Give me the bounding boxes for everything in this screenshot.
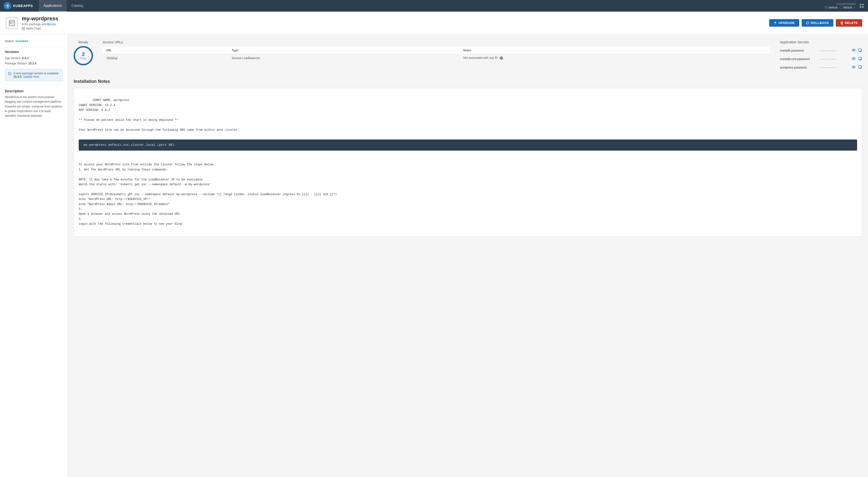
url-table-row: Pending Service LoadBalancer Not associa… <box>103 54 770 62</box>
notes-before: CHART NAME: wordpress CHART VERSION: 15.… <box>79 99 239 131</box>
copy-icon-3[interactable] <box>858 65 862 70</box>
svg-point-27 <box>853 67 854 68</box>
svg-rect-12 <box>12 23 14 24</box>
ready-label: Ready <box>79 40 88 44</box>
top-info-row: Ready 2 Pods Access URLs URL Type Notes <box>73 40 862 72</box>
secret-dots-2: •••••••••• <box>820 58 849 61</box>
secrets-header: Application Secrets <box>780 40 862 44</box>
sidebar-divider-2 <box>5 84 63 84</box>
pending-badge: Pending <box>106 56 118 60</box>
top-navigation: KUBEAPPS Applications Catalog Current Co… <box>0 0 868 12</box>
secret-dots-3: •••••••••• <box>820 66 849 69</box>
svg-rect-7 <box>860 6 861 8</box>
secret-row-1: mariadb-password •••••••••• <box>780 46 862 55</box>
app-version-value: 6.0.2 <box>22 56 29 60</box>
header-actions: UPGRADE ROLLBACK DELETE <box>769 19 862 27</box>
url-cell: Pending <box>103 54 229 62</box>
eye-icon-3[interactable] <box>851 65 856 70</box>
context-values: default default <box>825 6 856 9</box>
notes-after: To access your WordPress site from outsi… <box>79 163 337 226</box>
access-urls-section: Access URLs URL Type Notes Pending <box>103 40 770 62</box>
svg-rect-29 <box>859 66 861 68</box>
copy-icon-1[interactable] <box>858 48 862 53</box>
help-icon: ? <box>500 56 503 60</box>
package-link[interactable]: wordpress <box>42 22 56 26</box>
secrets-section: Application Secrets mariadb-password •••… <box>780 40 862 72</box>
code-block: my-wordpress.default.svc.cluster.local (… <box>79 139 857 151</box>
left-sidebar: Status: installed Versions App Version: … <box>0 34 68 477</box>
secret-name-2: mariadb-root-password <box>780 57 818 61</box>
update-link[interactable]: Update Now <box>23 75 39 78</box>
status-value: installed <box>16 39 28 43</box>
description-section: Description WordPress is the world's mos… <box>5 89 63 118</box>
versions-detail: App Version: 6.0.2 Package Version: 15.2… <box>5 56 63 66</box>
svg-rect-11 <box>10 23 11 24</box>
svg-rect-8 <box>862 6 864 8</box>
delete-button[interactable]: DELETE <box>836 19 862 27</box>
secret-row-3: wordpress-password •••••••••• <box>780 63 862 72</box>
svg-rect-2 <box>825 6 828 9</box>
url-table: URL Type Notes Pending Service LoadBalan… <box>103 46 770 62</box>
secret-actions-2 <box>851 56 862 62</box>
eye-icon-2[interactable] <box>851 56 856 62</box>
nav-tabs: Applications Catalog <box>39 0 88 12</box>
status-line: Status: installed <box>5 39 63 43</box>
secret-name-3: wordpress-password <box>780 66 818 69</box>
nav-tab-catalog[interactable]: Catalog <box>67 0 88 12</box>
access-urls-header: Access URLs <box>103 40 770 44</box>
svg-rect-4 <box>840 6 842 9</box>
current-context: Current Context default default <box>825 2 856 9</box>
rollback-button[interactable]: ROLLBACK <box>802 19 833 27</box>
upgrade-button[interactable]: UPGRADE <box>769 19 799 27</box>
svg-rect-13 <box>10 24 14 25</box>
description-text: WordPress is the world's most popular bl… <box>5 95 63 118</box>
main-layout: Status: installed Versions App Version: … <box>0 34 868 477</box>
app-helm: Helm Chart <box>22 27 58 30</box>
app-title: my-wordpress <box>22 15 58 22</box>
svg-rect-5 <box>860 4 861 5</box>
col-type: Type <box>228 47 460 54</box>
app-icon-box <box>6 17 18 29</box>
app-title-block: my-wordpress from package wordpress Helm… <box>22 15 58 30</box>
svg-point-26 <box>852 66 856 68</box>
app-identity: my-wordpress from package wordpress Helm… <box>6 15 58 30</box>
right-content: Ready 2 Pods Access URLs URL Type Notes <box>68 34 868 477</box>
secret-name-1: mariadb-password <box>780 49 818 52</box>
update-version: 15.2.5 <box>13 75 21 78</box>
logo-area: KUBEAPPS <box>4 2 33 9</box>
context-label: Current Context <box>837 2 856 5</box>
secret-row-2: mariadb-root-password •••••••••• <box>780 55 862 63</box>
nav-right: Current Context default default <box>825 2 864 9</box>
ready-circle: 2 Pods <box>73 46 93 65</box>
package-version-line: Package Version: 15.2.4 <box>5 61 63 66</box>
app-version-line: App Version: 6.0.2 <box>5 56 63 61</box>
secret-actions-3 <box>851 65 862 70</box>
installation-notes: Installation Notes CHART NAME: wordpress… <box>73 79 862 236</box>
ready-pods: Pods <box>80 57 86 60</box>
svg-point-19 <box>853 50 854 51</box>
col-url: URL <box>103 47 229 54</box>
copy-icon-2[interactable] <box>858 56 862 62</box>
secret-actions-1 <box>851 48 862 53</box>
nav-tab-applications[interactable]: Applications <box>39 0 67 12</box>
description-title: Description <box>5 89 63 93</box>
versions-title: Versions <box>5 50 63 54</box>
context-namespace: default <box>839 6 856 9</box>
svg-rect-25 <box>859 57 861 60</box>
logo-text: KUBEAPPS <box>13 4 33 8</box>
svg-rect-6 <box>862 4 864 5</box>
url-table-header: URL Type Notes <box>103 47 770 54</box>
type-cell: Service LoadBalancer <box>228 54 460 62</box>
notes-box: CHART NAME: wordpress CHART VERSION: 15.… <box>73 88 862 236</box>
update-notice: A new package version is available: 15.2… <box>5 69 63 81</box>
installation-notes-title: Installation Notes <box>73 79 862 84</box>
secret-dots-1: •••••••••• <box>820 50 849 52</box>
ready-number: 2 <box>82 52 85 57</box>
svg-rect-21 <box>859 49 861 51</box>
notes-cell: Not associated with any IP. ? <box>460 54 770 62</box>
grid-icon[interactable] <box>859 3 864 8</box>
app-from: from package wordpress <box>22 22 58 26</box>
versions-section: Versions App Version: 6.0.2 Package Vers… <box>5 50 63 81</box>
eye-icon-1[interactable] <box>851 48 856 53</box>
logo-icon <box>4 2 11 9</box>
